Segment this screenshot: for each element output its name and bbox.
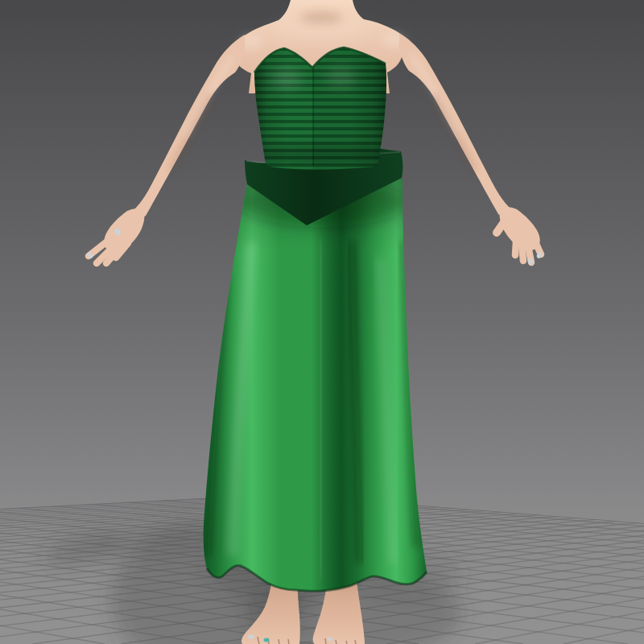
grid-line <box>0 343 105 644</box>
clavicle-sheen <box>272 19 369 42</box>
right-hand <box>497 207 543 265</box>
arm-shading <box>435 97 473 169</box>
toenail <box>328 638 333 642</box>
toenail-accent <box>264 638 270 642</box>
left-hand <box>86 208 144 263</box>
toenail <box>248 634 254 639</box>
evening-dress[interactable] <box>204 44 427 591</box>
3d-viewport[interactable] <box>0 0 644 644</box>
fingernail <box>528 258 533 265</box>
scene-canvas[interactable] <box>0 0 644 644</box>
